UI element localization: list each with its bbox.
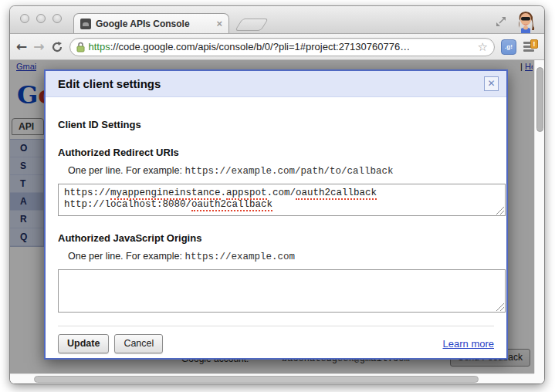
dialog-header: Edit client settings ✕ <box>46 71 506 97</box>
redirect-uris-hint: One per line. For example: https://examp… <box>58 165 494 177</box>
url-rest: ://code.google.com/apis/console/b/0/?pli… <box>110 41 410 52</box>
scrollbar-corner <box>534 373 544 384</box>
misspelled-text: oauth2callback <box>296 188 377 200</box>
dialog-title: Edit client settings <box>58 77 484 90</box>
misspelled-text: oauth2callback <box>191 199 272 211</box>
textarea-line: http://localhost:8080/oauth2callback <box>64 199 499 211</box>
chrome-menu-icon[interactable]: ! <box>523 39 538 55</box>
browser-toolbar: ← → https://code.google.com/apis/console… <box>10 34 544 60</box>
minimize-window-button[interactable] <box>36 14 46 23</box>
footer-divider <box>58 326 494 326</box>
redirect-uris-textarea[interactable]: https://myappengineinstance.appspot.com/… <box>58 184 506 216</box>
horizontal-scrollbar-thumb[interactable] <box>34 376 479 383</box>
textarea-line: https://myappengineinstance.appspot.com/… <box>64 188 499 199</box>
text-segment: .com/ <box>267 188 296 198</box>
edit-client-settings-dialog: Edit client settings ✕ Client ID Setting… <box>44 69 508 360</box>
resize-grip-icon[interactable] <box>496 303 504 311</box>
client-id-settings-heading: Client ID Settings <box>58 119 494 130</box>
extension-icon[interactable]: .g! <box>501 39 516 55</box>
close-window-button[interactable] <box>20 14 29 23</box>
resize-grip-icon[interactable] <box>496 207 504 215</box>
bookmark-star-icon[interactable]: ☆ <box>478 40 488 54</box>
tab-close-icon[interactable]: × <box>216 19 222 29</box>
traffic-lights <box>20 14 62 23</box>
url-text: https://code.google.com/apis/console/b/0… <box>89 41 474 52</box>
learn-more-link[interactable]: Learn more <box>443 338 494 350</box>
dialog-body: Client ID Settings Authorized Redirect U… <box>46 119 506 353</box>
js-origins-heading: Authorized JavaScript Origins <box>58 232 494 244</box>
titlebar: Google APIs Console × <box>10 6 544 34</box>
favicon-icon <box>80 19 91 29</box>
back-button[interactable]: ← <box>16 40 27 53</box>
menu-bar <box>523 49 534 52</box>
tab-google-apis-console[interactable]: Google APIs Console × <box>73 13 229 33</box>
js-origins-textarea[interactable] <box>58 269 506 313</box>
forward-button[interactable]: → <box>33 40 44 53</box>
screenshot-stage: Google APIs Console × <box>0 0 555 392</box>
misspelled-text: myappengineinstance <box>110 188 221 200</box>
text-segment: . <box>221 188 227 198</box>
tab-title: Google APIs Console <box>96 19 212 29</box>
redirect-uris-heading: Authorized Redirect URIs <box>58 147 494 158</box>
profile-avatar[interactable] <box>515 9 536 33</box>
vertical-scrollbar-thumb[interactable] <box>536 67 543 132</box>
browser-window: Google APIs Console × <box>10 6 544 384</box>
reload-button[interactable] <box>51 41 63 53</box>
update-button[interactable]: Update <box>58 334 109 353</box>
cancel-button[interactable]: Cancel <box>114 334 163 353</box>
new-tab-button[interactable] <box>235 19 269 31</box>
address-bar[interactable]: https://code.google.com/apis/console/b/0… <box>69 38 496 56</box>
dialog-close-icon[interactable]: ✕ <box>484 76 499 91</box>
misspelled-text: appspot <box>226 188 267 200</box>
horizontal-scrollbar[interactable] <box>10 373 534 384</box>
url-scheme: https <box>89 41 110 52</box>
dialog-footer: Update Cancel Learn more <box>58 334 494 353</box>
vertical-scrollbar[interactable] <box>534 60 544 373</box>
fullscreen-expand-icon[interactable] <box>495 15 507 28</box>
ssl-lock-icon[interactable] <box>76 42 85 52</box>
page-content: Gmail | Help Go API OSTARQ Google accoun… <box>10 60 544 384</box>
update-badge: ! <box>530 39 538 49</box>
text-segment: http://localhost:8080/ <box>64 199 191 210</box>
text-segment: https:// <box>64 188 110 198</box>
js-origins-hint: One per line. For example: https://examp… <box>58 251 494 262</box>
zoom-window-button[interactable] <box>52 14 62 23</box>
